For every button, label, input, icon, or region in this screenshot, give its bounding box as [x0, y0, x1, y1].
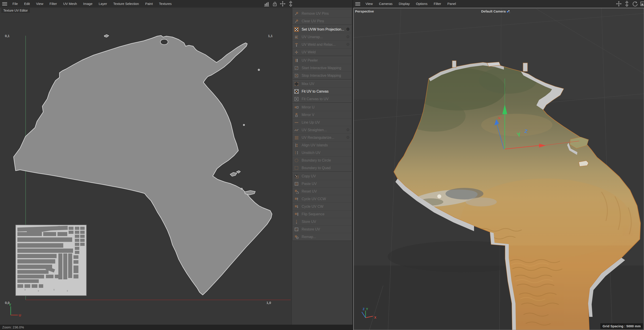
uv-command-boundary-to-quad: Boundary to Quad [292, 164, 352, 172]
viewport-menubar: ViewCamerasDisplayOptionsFilterPanel [353, 0, 644, 8]
viewport-menu-view[interactable]: View [362, 0, 376, 8]
uv-command-set-uvw-from-projection[interactable]: Set UVW from Projection...⚙ [292, 26, 352, 33]
menu-edit[interactable]: Edit [21, 0, 33, 8]
viewport-toolbar-maximize-icon[interactable] [640, 1, 644, 7]
uv-toolbar-chart-icon[interactable] [264, 1, 270, 7]
uv-command-unstitch-uv: Unstitch UV [292, 149, 352, 157]
uv-command-group-4: Max UVFit UV to CanvasFit Canvas to UV [292, 80, 352, 103]
uv-lagoon-hole [160, 39, 168, 45]
stop-interactive-mapping-icon [294, 73, 299, 78]
uv-unwrap-icon [294, 35, 299, 39]
uv-toolbar-lock-icon[interactable] [272, 1, 278, 7]
menu-textures[interactable]: Textures [156, 0, 175, 8]
menu-paint[interactable]: Paint [142, 0, 156, 8]
uv-command-clear-uv-pins: Clear UV Pins [292, 18, 352, 25]
clear-uv-pins-icon [294, 19, 299, 24]
fit-canvas-to-uv-icon [294, 97, 299, 101]
viewport-toolbar-move-icon[interactable] [616, 1, 622, 7]
uv-command-label: Boundary to Circle [302, 158, 331, 162]
uv-editor-statusbar: Zoom: 236.0% [0, 325, 352, 330]
uv-command-store-uv: Store UV [292, 218, 352, 226]
uv-commands-palette: Add UV PinsRemove UV PinsClear UV PinsSe… [292, 0, 352, 330]
uv-command-label: Remove UV Pins [302, 12, 329, 16]
uv-straighten-icon [294, 128, 299, 132]
gear-options-icon: ⚙ [346, 42, 350, 47]
uv-command-restore-uv: Restore UV [292, 226, 352, 233]
uv-command-label: Line Up UV [302, 120, 320, 124]
viewport-toolbar [616, 1, 644, 7]
uv-command-paste-uv: Paste UV [292, 180, 352, 188]
hamburger-menu-icon[interactable] [355, 2, 361, 6]
set-uvw-from-projection-icon [294, 27, 299, 32]
uv-toolbar-move-icon[interactable] [280, 1, 286, 7]
uv-command-label: Mirror V [302, 113, 314, 117]
uv-command-label: Max UV [302, 82, 314, 86]
cycle-uv-ccw-icon [294, 197, 299, 201]
uv-command-align-uv-islands: Align UV Islands [292, 141, 352, 149]
uv-editor-canvas[interactable]: Texture UV Editor [0, 8, 292, 325]
uv-editor-toolbar [264, 1, 294, 7]
uv-command-label: UV Straighten... [302, 128, 327, 132]
perspective-viewport[interactable]: X Y Z X Y Z Perspective Default Camera G… [353, 8, 644, 330]
menu-filter[interactable]: Filter [46, 0, 60, 8]
uv-command-label: Reset UV [302, 190, 317, 194]
uv-command-label: Start Interactive Mapping [302, 66, 341, 70]
paste-uv-icon [294, 182, 299, 186]
uv-command-uv-peeler: UV Peeler [292, 57, 352, 64]
uv-command-mirror-v: Mirror V [292, 111, 352, 119]
flip-sequence-icon [294, 212, 299, 216]
uv-command-uv-unwrap: UV Unwrap...⚙ [292, 33, 352, 41]
zoom-level-text: Zoom: 236.0% [2, 325, 24, 329]
viewport-menu-options[interactable]: Options [413, 0, 430, 8]
align-uv-islands-icon [294, 143, 299, 147]
viewport-menu-display[interactable]: Display [396, 0, 413, 8]
menu-layer[interactable]: Layer [96, 0, 110, 8]
mirror-u-icon [294, 105, 299, 110]
viewport-menu-panel[interactable]: Panel [444, 0, 459, 8]
viewport-toolbar-rotate-icon[interactable] [632, 1, 638, 7]
uv-command-remove-uv-pins: Remove UV Pins [292, 10, 352, 18]
max-uv-icon [294, 82, 299, 86]
menu-file[interactable]: File [9, 0, 21, 8]
menu-image[interactable]: Image [80, 0, 96, 8]
world-z-label: Z [363, 307, 365, 311]
uv-command-line-up-uv: Line Up UV [292, 119, 352, 126]
uv-peeler-icon [294, 58, 299, 63]
viewport-toolbar-vertical-move-icon[interactable] [624, 1, 630, 7]
gear-options-icon: ⚙ [346, 127, 350, 132]
uv-command-uv-rectangularize: UV Rectangularize...⚙ [292, 134, 352, 141]
world-x-label: X [374, 316, 376, 319]
uv-command-label: Fit Canvas to UV [302, 97, 328, 101]
uv-editor-menu-items: FileEditViewFilterUV MeshImageLayerTextu… [9, 0, 175, 8]
uv-atlas-thumbnail [16, 225, 86, 296]
hamburger-menu-icon[interactable] [2, 2, 8, 6]
uv-command-uv-weld: UV Weld [292, 48, 352, 56]
viewport-menu-cameras[interactable]: Cameras [376, 0, 396, 8]
viewport-view-label[interactable]: Perspective [355, 9, 374, 13]
uv-command-stop-interactive-mapping: Stop Interactive Mapping [292, 72, 352, 79]
application-window: FileEditViewFilterUV MeshImageLayerTextu… [0, 0, 644, 330]
uv-command-remap: Remap... [292, 233, 352, 241]
uv-command-group-5: Mirror UMirror VLine Up UVUV Straighten.… [292, 103, 352, 172]
menu-texture-selection[interactable]: Texture Selection [110, 0, 142, 8]
viewport-graphics: X Y Z X Y Z [353, 8, 644, 330]
gear-options-icon[interactable]: ⚙ [346, 27, 350, 32]
unstitch-uv-icon [294, 151, 299, 155]
copy-uv-icon [294, 174, 299, 179]
panel-divider[interactable] [352, 0, 353, 330]
camera-axis-icon [507, 9, 510, 13]
viewport-menu-filter[interactable]: Filter [430, 0, 444, 8]
fit-uv-to-canvas-icon [294, 89, 299, 94]
remap-icon [294, 235, 299, 239]
grid-spacing-readout: Grid Spacing : 5000 mm [600, 323, 643, 329]
uv-command-label: Cycle UV CW [302, 205, 324, 209]
menu-view[interactable]: View [33, 0, 46, 8]
uv-command-copy-uv: Copy UV [292, 173, 352, 180]
remove-uv-pins-icon [294, 11, 299, 16]
uv-command-label: UV Weld and Relax... [302, 43, 336, 47]
viewport-camera-label[interactable]: Default Camera [481, 9, 510, 13]
uv-command-fit-uv-to-canvas[interactable]: Fit UV to Canvas [292, 88, 352, 95]
menu-uv-mesh[interactable]: UV Mesh [60, 0, 80, 8]
uv-toolbar-vertical-move-icon[interactable] [288, 1, 294, 7]
uv-editor-tab-label: Texture UV Editor [1, 8, 30, 13]
